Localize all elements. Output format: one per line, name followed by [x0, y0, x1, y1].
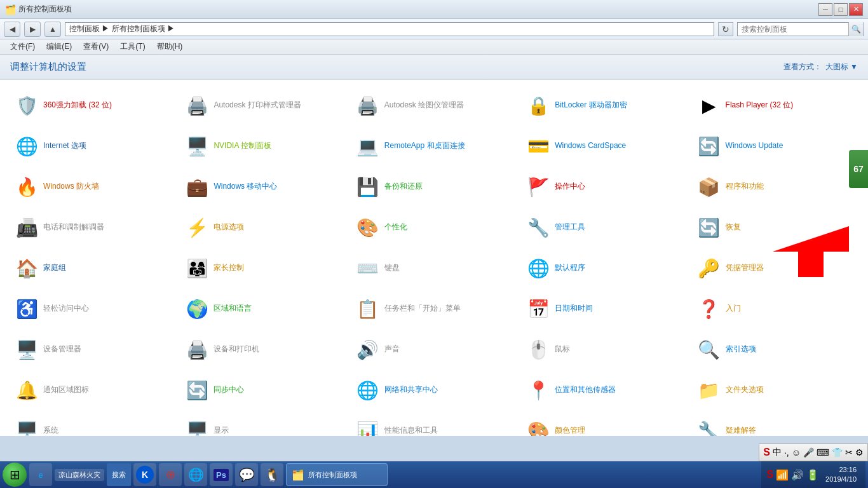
control-item-nvidia[interactable]: 🖥️ NVIDIA 控制面板 [180, 127, 346, 165]
sogou-tool1[interactable]: ✂ [845, 447, 853, 458]
control-item-mouse[interactable]: 🖱️ 鼠标 [522, 330, 687, 369]
control-item-internet-options[interactable]: 🌐 Internet 选项 [10, 127, 175, 165]
tray-network[interactable]: 📶 [776, 469, 789, 481]
address-input[interactable] [65, 22, 714, 36]
control-item-performance[interactable]: 📊 性能信息和工具 [351, 412, 517, 436]
sogou-settings[interactable]: ⚙ [855, 447, 864, 458]
minimize-button[interactable]: ─ [818, 3, 832, 16]
control-item-sync-center[interactable]: 🔄 同步中心 [180, 371, 346, 409]
forward-button[interactable]: ▶ [24, 22, 41, 37]
control-icon-parental-control: 👨‍👩‍👧 [186, 257, 208, 280]
taskbar-ie-label[interactable]: 凉山森林火灾 [55, 469, 104, 481]
control-item-homegroup[interactable]: 🏠 家庭组 [10, 249, 175, 287]
control-item-programs[interactable]: 📦 程序和功能 [693, 168, 858, 206]
control-item-autodesk-plot[interactable]: 🖨️ Autodesk 绘图仪管理器 [351, 86, 517, 125]
taskbar-controlpanel[interactable]: 🗂️ 所有控制面板项 [286, 463, 388, 486]
control-item-region-lang[interactable]: 🌍 区域和语言 [180, 290, 346, 328]
system-clock[interactable]: 23:16 2019/4/10 [822, 465, 860, 485]
control-item-parental-control[interactable]: 👨‍👩‍👧 家长控制 [180, 249, 346, 287]
taskbar-qq[interactable]: 🐧 [261, 463, 283, 486]
sogou-punct[interactable]: ·, [784, 447, 789, 458]
control-item-device-manager[interactable]: 🖥️ 设备管理器 [10, 330, 175, 369]
control-item-indexing[interactable]: 🔍 索引选项 [693, 330, 858, 369]
sogou-skin[interactable]: 👕 [832, 447, 843, 458]
control-icon-backup: 💾 [356, 175, 379, 198]
back-button[interactable]: ◀ [4, 22, 20, 37]
tray-sogou[interactable]: S [766, 469, 773, 480]
sogou-emoji[interactable]: ☺ [792, 447, 801, 458]
maximize-button[interactable]: □ [834, 3, 848, 16]
control-item-keyboard[interactable]: ⌨️ 键盘 [351, 249, 517, 287]
close-button[interactable]: ✕ [849, 3, 863, 16]
control-item-sound[interactable]: 🔊 声音 [351, 330, 517, 369]
control-item-color-mgmt[interactable]: 🎨 颜色管理 [522, 412, 687, 436]
control-icon-remoteapp: 💻 [356, 135, 379, 158]
control-item-recovery[interactable]: 🔄 恢复 [693, 208, 858, 247]
tray-audio[interactable]: 🔊 [791, 469, 804, 481]
control-item-taskbar-start[interactable]: 📋 任务栏和「开始」菜单 [351, 290, 517, 328]
menu-view[interactable]: 查看(V) [78, 40, 114, 53]
control-item-backup[interactable]: 💾 备份和还原 [351, 168, 517, 206]
control-item-notification-icons[interactable]: 🔔 通知区域图标 [10, 371, 175, 409]
control-item-autodesk-print[interactable]: 🖨️ Autodesk 打印样式管理器 [180, 86, 346, 125]
control-item-display[interactable]: 🖥️ 显示 [180, 412, 346, 436]
sogou-mic[interactable]: 🎤 [803, 447, 814, 458]
control-icon-personalization: 🎨 [356, 216, 379, 239]
control-item-management[interactable]: 🔧 管理工具 [522, 208, 687, 247]
control-icon-sound: 🔊 [356, 338, 379, 361]
control-item-location-sensors[interactable]: 📍 位置和其他传感器 [522, 371, 687, 409]
control-item-credentials[interactable]: 🔑 凭据管理器 [693, 249, 858, 287]
view-option-button[interactable]: 大图标 ▼ [825, 62, 858, 72]
start-button[interactable]: ⊞ [3, 463, 27, 487]
taskbar-wechat[interactable]: 💬 [235, 463, 258, 486]
control-item-devices-printers[interactable]: 🖨️ 设备和打印机 [180, 330, 346, 369]
refresh-button[interactable]: ↻ [718, 22, 733, 36]
address-bar: ◀ ▶ ▲ ↻ 🔍 [0, 19, 868, 39]
window-title: 所有控制面板项 [18, 4, 72, 15]
control-item-mobility[interactable]: 💼 Windows 移动中心 [180, 168, 346, 206]
control-label-folder-options: 文件夹选项 [726, 385, 764, 395]
control-item-folder-options[interactable]: 📁 文件夹选项 [693, 371, 858, 409]
control-item-troubleshoot[interactable]: 🔧 疑难解答 [693, 412, 858, 436]
control-item-cardspace[interactable]: 💳 Windows CardSpace [522, 127, 687, 165]
control-label-credentials: 凭据管理器 [726, 263, 764, 273]
control-item-remoteapp[interactable]: 💻 RemoteApp 和桌面连接 [351, 127, 517, 165]
control-item-ease-access[interactable]: ♿ 轻松访问中心 [10, 290, 175, 328]
control-item-datetime[interactable]: 📅 日期和时间 [522, 290, 687, 328]
search-input[interactable] [738, 24, 848, 35]
taskbar-kuwo[interactable]: K [133, 463, 156, 486]
control-item-flash[interactable]: ▶ Flash Player (32 位) [693, 86, 858, 125]
clock-time: 23:16 [825, 465, 857, 475]
control-label-nvidia: NVIDIA 控制面板 [214, 141, 271, 151]
menu-edit[interactable]: 编辑(E) [41, 40, 77, 53]
control-icon-autodesk-print: 🖨️ [186, 94, 208, 117]
menu-tools[interactable]: 工具(T) [115, 40, 150, 53]
control-item-network-sharing[interactable]: 🌐 网络和共享中心 [351, 371, 517, 409]
control-item-personalization[interactable]: 🎨 个性化 [351, 208, 517, 247]
taskbar-ps[interactable]: Ps [210, 463, 233, 486]
control-label-windows-update: Windows Update [726, 141, 783, 151]
taskbar-ie[interactable]: e [29, 463, 52, 486]
taskbar-search[interactable]: 搜索 [107, 463, 131, 486]
menu-file[interactable]: 文件(F) [5, 40, 40, 53]
search-button[interactable]: 🔍 [848, 22, 864, 36]
control-item-action-center[interactable]: 🚩 操作中心 [522, 168, 687, 206]
control-item-getstarted[interactable]: ❓ 入门 [693, 290, 858, 328]
page-title: 调整计算机的设置 [10, 61, 86, 73]
control-item-360[interactable]: 🛡️ 360强力卸载 (32 位) [10, 86, 175, 125]
control-item-power[interactable]: ⚡ 电源选项 [180, 208, 346, 247]
sogou-keyboard[interactable]: ⌨ [817, 447, 829, 458]
tray-battery[interactable]: 🔋 [806, 469, 819, 481]
control-item-bitlocker[interactable]: 🔒 BitLocker 驱动器加密 [522, 86, 687, 125]
control-item-windows-update[interactable]: 🔄 Windows Update [693, 127, 858, 165]
taskbar-360[interactable]: ⊕ [159, 463, 182, 486]
up-button[interactable]: ▲ [44, 22, 61, 37]
control-label-recovery: 恢复 [726, 222, 741, 233]
taskbar-chrome[interactable]: 🌐 [184, 463, 207, 486]
control-item-system[interactable]: 🖥️ 系统 [10, 412, 175, 436]
control-item-default-programs[interactable]: 🌐 默认程序 [522, 249, 687, 287]
control-item-firewall[interactable]: 🔥 Windows 防火墙 [10, 168, 175, 206]
menu-help[interactable]: 帮助(H) [152, 40, 188, 53]
sogou-chinese[interactable]: 中 [773, 447, 782, 458]
control-item-phone-modem[interactable]: 📠 电话和调制解调器 [10, 208, 175, 247]
